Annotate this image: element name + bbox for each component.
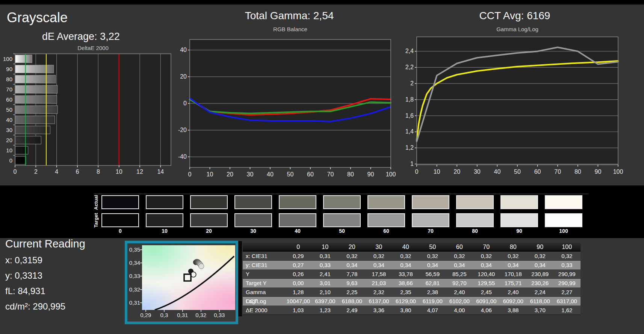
de-average-readout: dE Average: 3,22: [42, 31, 120, 43]
table-cell: 3,01: [312, 279, 339, 287]
table-cell: 0,34: [446, 261, 473, 269]
x-axis-tick-label: 70: [327, 171, 334, 178]
table-cell: 0,32: [366, 252, 393, 260]
x-axis-tick-label: 14: [157, 169, 164, 175]
table-cell: 0,32: [446, 252, 473, 260]
cie-y-tick-mark: [140, 276, 142, 276]
cie-y-tick-mark: [140, 302, 142, 303]
cie-chromaticity-widget[interactable]: 0,350,340,330,320,310,290,30,310,320,33: [125, 241, 238, 324]
table-cell: 6118,00: [527, 297, 554, 305]
bar-category-label: 30: [6, 127, 12, 133]
measurement-table: 0102030405060708090100x: CIE310,290,310,…: [243, 243, 581, 315]
table-cell: 2,24: [527, 288, 554, 296]
table-cell: 0,00: [285, 279, 312, 287]
gamma-loglog-chart: Gamma Log/Log2,42,221,81,61,41,210102030…: [398, 23, 644, 176]
swatch-level-label: 40: [279, 228, 316, 234]
table-cell: 3,88: [500, 306, 527, 314]
table-cell: 2,40: [500, 288, 527, 296]
table-row-label: x: CIE31: [243, 252, 285, 260]
table-cell: 2,10: [312, 288, 339, 296]
cie-x-tick-label: 0,33: [212, 312, 227, 318]
table-column-header: 50: [419, 243, 446, 250]
x-axis-tick-label: 100: [613, 169, 623, 175]
table-row-label: Gamma Log/Log: [243, 288, 285, 296]
bar-category-label: 90: [6, 66, 12, 72]
table-corner-cell: [243, 243, 285, 250]
table-row-label: Y: [243, 270, 285, 278]
table-column-header: 70: [473, 243, 500, 250]
y-axis-tick-label: 20: [180, 73, 187, 80]
cie-x-tick-mark: [201, 310, 201, 312]
reading-cdm2: cd/m²: 290,995: [5, 301, 65, 312]
table-cell: 2,49: [339, 306, 366, 314]
current-reading-title: Current Reading: [5, 238, 85, 250]
table-cell: 6091,00: [473, 297, 500, 305]
table-cell: 0,32: [553, 252, 581, 260]
table-cell: 1,28: [285, 288, 312, 296]
deltae-bar-30: [15, 126, 50, 134]
table-cell: 0,32: [339, 252, 366, 260]
y-axis-tick-label: 0: [183, 100, 187, 106]
reading-x: x: 0,3159: [5, 255, 42, 266]
rgb-balance-chart: RGB Balance40200-20-40010203040506070809…: [177, 23, 402, 178]
bar-category-label: 40: [6, 117, 12, 123]
table-cell: 3,80: [392, 306, 419, 314]
bar-category-label: 70: [6, 86, 12, 93]
target-swatch-60: [367, 213, 405, 227]
table-row-label: y: CIE31: [243, 261, 285, 269]
swatch-level-label: 70: [412, 228, 449, 234]
measured-point-cluster-6: [199, 264, 204, 269]
swatch-level-label: 10: [146, 228, 183, 234]
target-swatch-100: [545, 213, 582, 227]
table-cell: 0,33: [553, 261, 581, 269]
y-axis-tick-label: 1,4: [405, 128, 414, 135]
x-axis-tick-label: 12: [136, 169, 143, 175]
actual-swatch-30: [234, 195, 272, 209]
y-axis-tick-label: 2: [410, 80, 414, 87]
table-column-header: 30: [366, 243, 393, 250]
cie-x-tick-mark: [145, 310, 146, 312]
x-axis-tick-label: 60: [307, 171, 314, 178]
reading-y: y: 0,3313: [5, 270, 42, 281]
table-cell: 0,34: [366, 261, 393, 269]
bar-category-label: 50: [6, 106, 12, 113]
cie-y-tick-mark: [140, 289, 142, 290]
deltae-bar-chart: DeltaE 200001020304050607080901000246810…: [0, 44, 177, 179]
x-axis-tick-label: 20: [227, 171, 233, 178]
bar-category-label: 80: [6, 76, 12, 82]
cie-y-tick-label: 0,34: [127, 260, 140, 266]
deltae-bar-20: [15, 136, 41, 144]
actual-swatch-20: [190, 195, 228, 209]
swatch-level-label: 90: [500, 228, 538, 234]
x-axis-tick-label: 6: [76, 169, 79, 175]
swatch-level-label: 0: [101, 228, 139, 234]
cie-y-tick-mark: [140, 249, 142, 250]
table-column-header: 100: [553, 243, 581, 250]
table-row-x-cie31: x: CIE310,290,310,320,320,320,320,320,32…: [243, 252, 581, 261]
table-cell: 0,29: [285, 252, 312, 260]
x-axis-tick-label: 50: [514, 169, 521, 175]
table-cell: 6119,00: [419, 297, 446, 305]
x-axis-tick-label: 80: [347, 171, 354, 178]
actual-swatch-90: [500, 195, 538, 209]
actual-swatch-40: [279, 195, 316, 209]
table-row-y: Y0,262,417,7817,5833,7856,5985,25120,401…: [243, 270, 581, 279]
table-left-gap: [238, 241, 242, 316]
deltae-bar-80: [15, 75, 56, 83]
table-cell: 2,41: [312, 270, 339, 278]
table-column-header: 0: [285, 243, 312, 250]
y-axis-tick-label: 1,6: [405, 112, 414, 119]
deltae-bar-70: [15, 85, 57, 93]
table-cell: 2,40: [446, 288, 473, 296]
table-row-label: Target Y: [243, 279, 285, 287]
table-cell: 0,33: [312, 261, 339, 269]
total-gamma-readout: Total Gamma: 2,54: [177, 10, 402, 22]
top-black-bar: [0, 0, 644, 5]
y-axis-tick-label: 1: [410, 161, 414, 167]
deltae-bar-40: [15, 116, 55, 124]
table-cell: 4,06: [473, 306, 500, 314]
x-axis-tick-label: 2: [34, 169, 38, 175]
cie-x-tick-mark: [164, 310, 165, 312]
table-cell: 0,32: [473, 252, 500, 260]
cie-x-tick-label: 0,32: [194, 312, 209, 318]
